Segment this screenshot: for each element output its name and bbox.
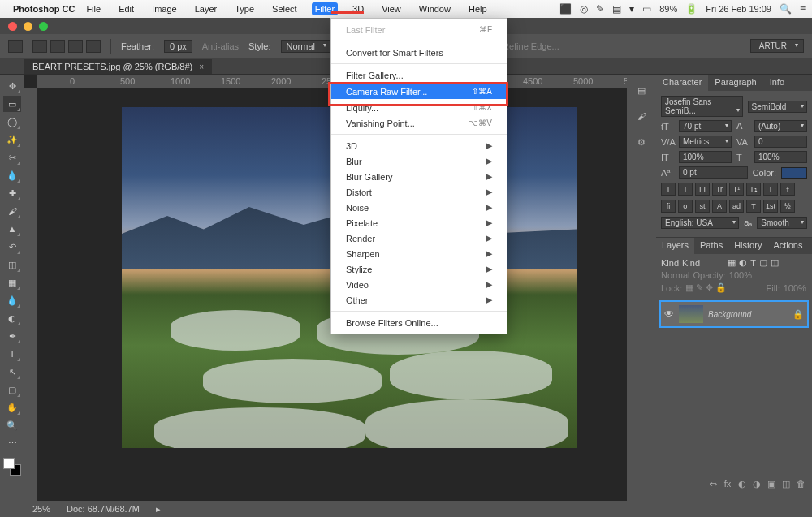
menu-icon[interactable]: ▾: [629, 3, 634, 15]
kerning-field[interactable]: Metrics: [679, 136, 732, 148]
aa-select[interactable]: Smooth: [757, 217, 807, 229]
ot-btn[interactable]: 1st: [763, 200, 778, 213]
layer-thumbnail[interactable]: [679, 305, 703, 323]
menuitem-filter-gallery[interactable]: Filter Gallery...: [331, 67, 507, 83]
baseline-field[interactable]: 0 pt: [679, 166, 748, 179]
menu-select[interactable]: Select: [269, 2, 300, 15]
menuitem-liquify[interactable]: Liquify...⇧⌘X: [331, 100, 507, 115]
close-window-button[interactable]: [8, 22, 17, 31]
status-chevron-icon[interactable]: ▸: [156, 504, 161, 515]
vscale-field[interactable]: 100%: [679, 151, 732, 163]
menu-help[interactable]: Help: [465, 2, 490, 15]
heal-tool[interactable]: ✚: [3, 185, 21, 201]
font-size-field[interactable]: 70 pt: [679, 120, 732, 132]
filter-smart-icon[interactable]: ◫: [771, 257, 779, 268]
crop-tool[interactable]: ✂: [3, 149, 21, 166]
opacity-field[interactable]: 100%: [729, 270, 768, 280]
font-family-select[interactable]: Josefin Sans SemiB...: [661, 96, 743, 117]
style-btn[interactable]: T¹: [729, 183, 744, 196]
menu-file[interactable]: File: [83, 2, 104, 15]
battery-icon[interactable]: 🔋: [685, 3, 698, 15]
blend-mode-select[interactable]: Normal: [661, 270, 689, 280]
tab-actions[interactable]: Actions: [767, 238, 808, 254]
dodge-tool[interactable]: ◐: [3, 310, 21, 326]
hand-tool[interactable]: ✋: [3, 399, 21, 416]
new-layer-icon[interactable]: ◫: [780, 479, 793, 489]
tracking-field[interactable]: 0: [754, 136, 807, 148]
leading-field[interactable]: (Auto): [754, 120, 807, 132]
eraser-tool[interactable]: ◫: [3, 256, 21, 273]
menuitem-distort[interactable]: Distort▶: [331, 184, 507, 200]
dropbox-icon[interactable]: ⬛: [559, 3, 572, 15]
filter-adj-icon[interactable]: ◐: [739, 257, 747, 268]
feather-value[interactable]: 0 px: [164, 40, 192, 53]
move-tool[interactable]: ✥: [3, 78, 21, 94]
ot-btn[interactable]: T: [746, 200, 761, 213]
text-color-swatch[interactable]: [781, 167, 807, 179]
marquee-tool[interactable]: ▭: [3, 96, 21, 112]
eyedropper-tool[interactable]: 💧: [3, 167, 21, 183]
style-btn[interactable]: T₁: [746, 183, 761, 196]
mem-icon[interactable]: ▤: [612, 3, 621, 15]
style-btn[interactable]: T: [678, 183, 693, 196]
layer-row-background[interactable]: 👁 Background 🔒: [659, 300, 809, 328]
fx-icon[interactable]: fx: [721, 479, 734, 489]
language-select[interactable]: English: USA: [661, 217, 739, 229]
spotlight-icon[interactable]: 🔍: [780, 3, 792, 15]
tab-layers[interactable]: Layers: [656, 238, 694, 254]
layer-name[interactable]: Background: [708, 310, 788, 319]
adj-layer-icon[interactable]: ◑: [750, 479, 763, 489]
filter-kind-label[interactable]: Kind: [661, 258, 679, 268]
visibility-icon[interactable]: 👁: [664, 308, 674, 320]
brush-tool[interactable]: 🖌: [3, 203, 21, 219]
ot-btn[interactable]: st: [695, 200, 710, 213]
pen-tool[interactable]: ✒: [3, 328, 21, 344]
menuitem-vanishing-point[interactable]: Vanishing Point...⌥⌘V: [331, 115, 507, 131]
sel-int-icon[interactable]: [86, 40, 101, 53]
style-btn[interactable]: Ŧ: [780, 183, 795, 196]
menu-image[interactable]: Image: [149, 2, 180, 15]
screencast-icon[interactable]: ▭: [642, 3, 651, 15]
tab-info[interactable]: Info: [763, 75, 791, 91]
list-icon[interactable]: ≡: [800, 3, 806, 15]
antialias-checkbox[interactable]: Anti-alias: [202, 41, 239, 51]
app-name[interactable]: Photoshop CC: [13, 4, 75, 14]
menuitem-blur-gallery[interactable]: Blur Gallery▶: [331, 169, 507, 184]
tab-character[interactable]: Character: [656, 75, 708, 91]
type-tool[interactable]: T: [3, 346, 21, 362]
zoom-tool[interactable]: 🔍: [3, 417, 21, 433]
path-tool[interactable]: ↖: [3, 364, 21, 380]
ot-btn[interactable]: σ: [678, 200, 693, 213]
menu-edit[interactable]: Edit: [115, 2, 137, 15]
blur-tool[interactable]: 💧: [3, 292, 21, 308]
ot-btn[interactable]: ½: [780, 200, 795, 213]
document-tab[interactable]: BEART PRESETS.jpg @ 25% (RGB/8#)×: [24, 59, 212, 74]
minimize-window-button[interactable]: [24, 22, 32, 31]
fill-field[interactable]: 100%: [784, 283, 807, 293]
cc-icon[interactable]: ◎: [580, 3, 588, 15]
brushes-panel-icon[interactable]: 🖌: [633, 109, 650, 123]
style-btn[interactable]: TT: [695, 183, 710, 196]
gradient-tool[interactable]: ▦: [3, 274, 21, 291]
filter-type-icon[interactable]: T: [750, 258, 756, 268]
group-icon[interactable]: ▣: [765, 479, 778, 489]
filter-shape-icon[interactable]: ▢: [759, 257, 767, 268]
menu-layer[interactable]: Layer: [192, 2, 221, 15]
tab-paths[interactable]: Paths: [694, 238, 728, 254]
shape-tool[interactable]: ▢: [3, 381, 21, 398]
menu-filter[interactable]: Filter: [312, 2, 338, 15]
refine-edge-button[interactable]: Refine Edge...: [503, 41, 559, 51]
sel-sub-icon[interactable]: [68, 40, 83, 53]
tool-preset-icon[interactable]: [8, 40, 23, 53]
hscale-field[interactable]: 100%: [754, 151, 807, 163]
tab-history[interactable]: History: [728, 238, 767, 254]
menuitem-noise[interactable]: Noise▶: [331, 200, 507, 215]
stamp-tool[interactable]: ▲: [3, 221, 21, 237]
menu-type[interactable]: Type: [231, 2, 257, 15]
zoom-window-button[interactable]: [39, 22, 48, 31]
sel-add-icon[interactable]: [50, 40, 65, 53]
tab-paragraph[interactable]: Paragraph: [708, 75, 762, 91]
close-tab-icon[interactable]: ×: [199, 62, 204, 71]
link-icon[interactable]: ⇔: [706, 479, 719, 489]
filter-pixel-icon[interactable]: ▦: [728, 257, 736, 268]
